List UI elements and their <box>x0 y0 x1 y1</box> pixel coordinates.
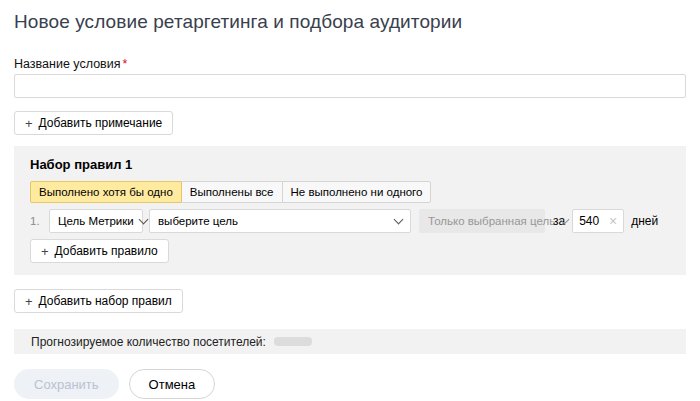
required-asterisk: * <box>122 57 127 71</box>
condition-name-input[interactable] <box>14 74 686 98</box>
save-button[interactable]: Сохранить <box>14 369 119 399</box>
page-title: Новое условие ретаргетинга и подбора ауд… <box>14 0 686 33</box>
add-rule-label: Добавить правило <box>55 244 158 258</box>
clear-icon[interactable]: × <box>609 214 617 228</box>
match-mode-tabs: Выполнено хотя бы одно Выполнены все Не … <box>30 181 670 203</box>
footer-actions: Сохранить Отмена <box>14 369 686 399</box>
period-days-input[interactable]: 540 × <box>572 209 624 233</box>
tab-none-fulfilled[interactable]: Не выполнено ни одного <box>282 181 432 203</box>
plus-icon: + <box>41 244 49 259</box>
tab-any-fulfilled[interactable]: Выполнено хотя бы одно <box>30 181 182 203</box>
chevron-down-icon <box>138 214 148 224</box>
rule-type-select[interactable]: Цель Метрики <box>49 209 143 233</box>
tab-all-fulfilled[interactable]: Выполнены все <box>181 181 283 203</box>
forecast-bar: Прогнозируемое количество посетителей: <box>14 329 686 354</box>
add-rule-set-button[interactable]: + Добавить набор правил <box>14 289 183 313</box>
cancel-button[interactable]: Отмена <box>129 369 216 399</box>
plus-icon: + <box>25 294 33 309</box>
plus-icon: + <box>25 116 33 131</box>
rule-set-title: Набор правил 1 <box>30 157 670 172</box>
add-rule-button[interactable]: + Добавить правило <box>30 239 169 263</box>
rule-index: 1. <box>30 215 43 227</box>
rule-type-value: Цель Метрики <box>58 215 134 227</box>
period-suffix: дней <box>631 214 658 228</box>
forecast-value-skeleton <box>274 337 312 346</box>
retargeting-condition-form: Новое условие ретаргетинга и подбора ауд… <box>0 0 700 399</box>
period-days-value: 540 <box>579 214 599 228</box>
add-note-label: Добавить примечание <box>39 116 163 130</box>
chevron-down-icon <box>394 214 404 224</box>
goal-select-value: выберите цель <box>158 215 238 227</box>
condition-name-label: Название условия* <box>14 57 686 71</box>
add-note-button[interactable]: + Добавить примечание <box>14 111 173 135</box>
goal-scope-select-disabled: Только выбранная цель <box>419 209 545 233</box>
forecast-label: Прогнозируемое количество посетителей: <box>31 335 266 349</box>
add-rule-set-label: Добавить набор правил <box>39 294 172 308</box>
rule-row: 1. Цель Метрики выберите цель Только выб… <box>30 209 670 233</box>
goal-scope-value: Только выбранная цель <box>428 215 555 227</box>
goal-select[interactable]: выберите цель <box>149 209 411 233</box>
rule-set-panel: Набор правил 1 Выполнено хотя бы одно Вы… <box>14 146 686 275</box>
